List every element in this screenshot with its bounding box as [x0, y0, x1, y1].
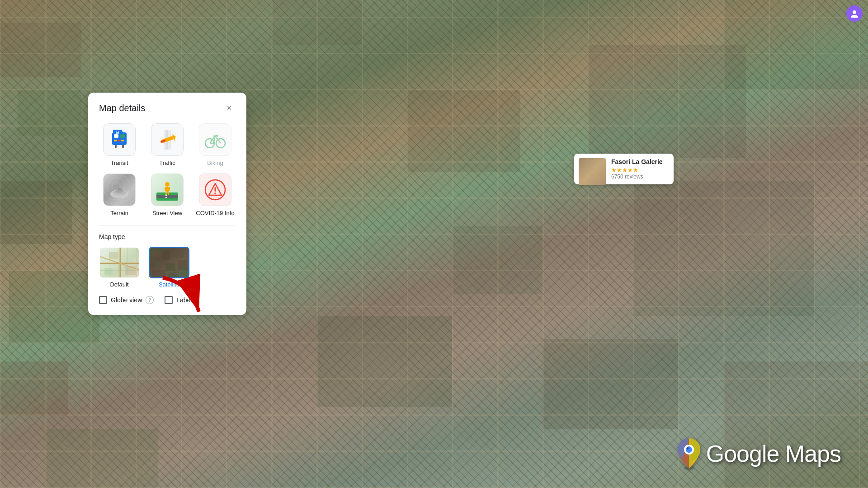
svg-rect-4 [112, 132, 127, 145]
default-label: Default [110, 281, 128, 288]
svg-point-54 [214, 192, 216, 194]
info-card-thumbnail [579, 158, 606, 185]
svg-rect-53 [215, 187, 216, 192]
default-thumb-inner [100, 248, 139, 277]
labels-label: Labels [176, 296, 195, 304]
satellite-thumb-inner [150, 248, 189, 277]
covid-label: COVID-19 Info [196, 210, 234, 216]
divider [99, 225, 236, 226]
covid-icon-bg [199, 174, 231, 206]
svg-rect-5 [114, 134, 118, 138]
map-type-satellite[interactable]: Satellite [149, 247, 189, 288]
svg-rect-9 [121, 140, 124, 141]
traffic-icon-bg [151, 123, 184, 156]
streetview-icon-container [151, 174, 184, 206]
svg-point-44 [165, 182, 170, 187]
svg-point-33 [113, 189, 126, 195]
biking-icon-bg [199, 123, 231, 156]
svg-rect-59 [125, 266, 136, 275]
svg-rect-65 [154, 261, 162, 267]
close-button[interactable]: × [223, 102, 236, 114]
svg-rect-13 [122, 145, 124, 148]
svg-point-3 [686, 447, 689, 450]
svg-rect-12 [115, 145, 117, 148]
info-card: Fasori La Galerie ★★★★★ 6750 reviews [574, 154, 674, 184]
svg-point-2 [686, 446, 692, 453]
google-maps-logo-text: Google Maps [706, 440, 841, 467]
svg-rect-67 [178, 260, 187, 270]
svg-point-30 [212, 142, 214, 144]
profile-icon [849, 9, 859, 19]
streetview-label: Street View [152, 210, 182, 216]
svg-rect-68 [152, 270, 165, 277]
panel-header: Map details × [99, 102, 236, 114]
svg-rect-63 [163, 251, 170, 260]
google-maps-logo: Google Maps [675, 437, 841, 470]
svg-rect-62 [152, 250, 161, 257]
globe-view-checkbox[interactable]: Globe view ? [99, 296, 154, 304]
terrain-icon [108, 179, 130, 201]
default-thumbnail [99, 247, 140, 278]
svg-rect-48 [165, 192, 167, 195]
svg-point-36 [118, 188, 121, 190]
traffic-option[interactable]: Traffic [147, 123, 188, 166]
biking-label: Biking [207, 160, 223, 166]
terrain-option[interactable]: Terrain [99, 174, 140, 216]
terrain-label: Terrain [110, 210, 128, 216]
svg-point-35 [116, 188, 122, 192]
streetview-option[interactable]: Street View [147, 174, 188, 216]
svg-rect-47 [168, 187, 170, 191]
svg-point-38 [113, 189, 126, 195]
svg-rect-58 [109, 252, 118, 259]
svg-text:M: M [116, 131, 119, 135]
svg-rect-42 [165, 195, 167, 196]
transit-option[interactable]: M Transit [99, 123, 140, 166]
profile-button[interactable] [846, 5, 863, 22]
streetview-icon [156, 179, 178, 201]
globe-view-label: Globe view [111, 296, 142, 304]
terrain-icon-container [103, 174, 136, 206]
biking-option[interactable]: Biking [195, 123, 236, 166]
labels-checkbox[interactable]: Labels [165, 296, 195, 304]
svg-point-32 [110, 190, 128, 198]
map-type-section-label: Map type [99, 233, 236, 240]
covid-icon-container [199, 174, 231, 206]
terrain-icon-bg [103, 174, 136, 206]
svg-rect-69 [168, 272, 177, 278]
svg-rect-60 [104, 268, 113, 275]
satellite-thumbnail [149, 247, 189, 278]
transit-icon-bg: M [103, 123, 136, 156]
info-card-reviews: 6750 reviews [611, 174, 668, 180]
transit-label: Transit [110, 160, 128, 166]
globe-view-checkbox-box[interactable] [99, 296, 107, 304]
transit-icon: M [108, 129, 130, 150]
map-type-grid: Default [99, 247, 236, 288]
biking-icon-container [199, 123, 231, 156]
panel-title: Map details [99, 103, 145, 113]
svg-rect-46 [165, 187, 166, 191]
covid-icon [204, 179, 226, 201]
map-details-panel: Map details × [88, 93, 246, 315]
svg-point-37 [110, 190, 128, 198]
svg-point-34 [114, 189, 124, 193]
map-details-grid: M Transit [99, 123, 236, 216]
labels-checkbox-box[interactable] [165, 296, 173, 304]
svg-rect-7 [114, 140, 117, 141]
satellite-label: Satellite [159, 281, 179, 288]
svg-point-71 [853, 10, 856, 14]
svg-rect-49 [168, 192, 169, 195]
svg-point-39 [114, 189, 124, 193]
map-type-default[interactable]: Default [99, 247, 140, 288]
info-card-stars: ★★★★★ [611, 167, 668, 174]
svg-rect-43 [165, 197, 167, 198]
svg-rect-66 [165, 263, 175, 271]
traffic-icon [156, 129, 178, 150]
options-row: Globe view ? Labels [99, 296, 236, 304]
svg-rect-6 [120, 134, 125, 138]
traffic-icon-container [151, 123, 184, 156]
svg-rect-8 [118, 140, 120, 141]
help-icon[interactable]: ? [146, 296, 154, 304]
biking-icon [204, 129, 226, 150]
close-icon: × [227, 103, 232, 113]
covid-option[interactable]: COVID-19 Info [195, 174, 236, 216]
